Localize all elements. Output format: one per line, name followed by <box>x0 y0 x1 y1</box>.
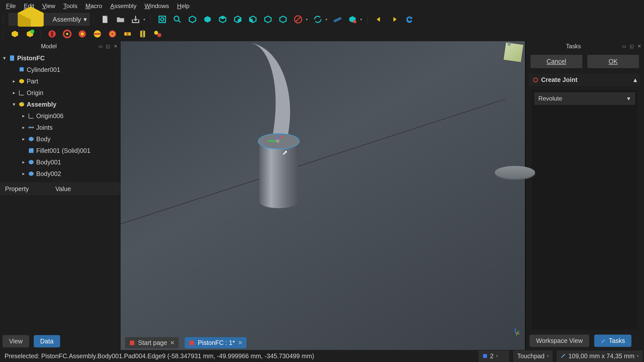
tree-resize-handle[interactable]: · · · · · · <box>2 179 119 182</box>
status-text: Preselected: PistonFC.Assembly.Body001.P… <box>2 352 317 360</box>
iso-view-button[interactable] <box>186 13 199 26</box>
geometry-disc[interactable] <box>495 166 535 179</box>
sync-view-button[interactable]: ▾ <box>311 13 329 26</box>
caret-right-icon[interactable]: ▸ <box>21 136 26 142</box>
menu-help[interactable]: Help <box>173 1 193 11</box>
svg-point-40 <box>154 31 158 35</box>
svg-marker-55 <box>29 137 34 142</box>
caret-right-icon[interactable]: ▸ <box>21 171 26 176</box>
insert-part-button[interactable] <box>24 28 36 40</box>
bottom-view-button[interactable] <box>262 13 274 26</box>
tree-item-label[interactable]: Part <box>27 78 38 85</box>
top-view-button[interactable] <box>216 13 229 26</box>
cancel-button[interactable]: Cancel <box>531 55 582 68</box>
menu-tools[interactable]: Tools <box>59 1 82 11</box>
tree-root-label[interactable]: PistonFC <box>17 55 45 62</box>
measure-button[interactable] <box>331 13 344 26</box>
right-view-button[interactable] <box>231 13 244 26</box>
tab-view[interactable]: View <box>3 335 29 347</box>
toolbar-separator <box>150 15 152 24</box>
tree-item-label[interactable]: Joints <box>36 124 53 131</box>
undo-button[interactable] <box>373 13 385 26</box>
model-tree[interactable]: ▾ PistonFC Cylinder001 ▸ Part ▸ Origin ▾… <box>0 51 120 183</box>
solve-assembly-button[interactable] <box>151 28 164 40</box>
svg-point-41 <box>157 33 161 37</box>
joint-type-select[interactable]: Revolute ▾ <box>535 93 635 105</box>
workspace-view-button[interactable]: Workspace View <box>530 335 589 347</box>
geometry-cylinder[interactable] <box>259 139 298 208</box>
collapse-icon[interactable]: ▴ <box>634 76 637 83</box>
tree-item-label[interactable]: Origin006 <box>36 112 63 120</box>
tree-item-label[interactable]: Fillet001 (Solid)001 <box>36 147 90 154</box>
menu-assembly[interactable]: Assembly <box>106 1 140 11</box>
caret-right-icon[interactable]: ▸ <box>21 113 26 119</box>
front-view-button[interactable] <box>201 13 214 26</box>
rear-view-button[interactable] <box>247 13 259 26</box>
new-file-button[interactable] <box>99 13 112 26</box>
chevron-down-icon: ▾ <box>142 17 146 21</box>
caret-right-icon[interactable]: ▸ <box>11 78 17 84</box>
fixed-joint-button[interactable] <box>46 28 58 40</box>
refresh-button[interactable] <box>403 13 416 26</box>
panel-max-icon[interactable]: ◱ <box>628 43 635 50</box>
revolute-joint-button[interactable] <box>61 28 73 40</box>
caret-right-icon[interactable]: ▸ <box>11 90 17 96</box>
distance-joint-button[interactable] <box>136 28 149 40</box>
property-col-value[interactable]: Value <box>50 183 120 195</box>
caret-down-icon[interactable]: ▾ <box>11 102 17 107</box>
tree-item-label[interactable]: Body001 <box>36 159 61 166</box>
caret-right-icon[interactable]: ▸ <box>21 125 26 130</box>
export-button[interactable]: ▾ <box>129 13 146 26</box>
close-icon[interactable]: ✕ <box>170 340 175 346</box>
tree-item-label[interactable]: Assembly <box>27 101 56 108</box>
status-dimensions[interactable]: 109,00 mm x 74,35 mm ▾ <box>557 351 642 361</box>
open-file-button[interactable] <box>114 13 127 26</box>
tab-document[interactable]: PistonFC : 1* ✕ <box>185 337 246 348</box>
status-nav-style[interactable]: Touchpad ▾ <box>513 351 552 361</box>
planar-joint-button[interactable] <box>121 28 134 40</box>
menu-macro[interactable]: Macro <box>82 1 106 11</box>
property-col-property[interactable]: Property <box>0 183 50 195</box>
redo-button[interactable] <box>388 13 400 26</box>
panel-float-icon[interactable]: ▭ <box>97 43 104 50</box>
caret-down-icon[interactable]: ▾ <box>2 55 7 61</box>
tab-label: PistonFC : 1* <box>198 339 235 346</box>
tab-data[interactable]: Data <box>34 335 60 347</box>
status-viewport-select[interactable]: 2 ▾ <box>479 351 509 361</box>
svg-marker-45 <box>19 79 24 84</box>
menu-windows[interactable]: Windows <box>140 1 173 11</box>
tree-item-label[interactable]: Body <box>36 135 51 143</box>
nav-cube[interactable] <box>503 42 525 63</box>
panel-close-icon[interactable]: ✕ <box>635 43 643 50</box>
tab-start-page[interactable]: Start page ✕ <box>125 337 179 348</box>
panel-float-icon[interactable]: ▭ <box>620 43 628 50</box>
tree-item-label[interactable]: Origin <box>27 89 44 97</box>
panel-close-icon[interactable]: ✕ <box>112 43 119 50</box>
nav-home-icon[interactable] <box>507 42 511 46</box>
ball-joint-button[interactable] <box>106 28 119 40</box>
svg-point-25 <box>30 30 34 34</box>
workbench-selector[interactable]: Assembly ▾ <box>9 13 90 26</box>
ruler-icon <box>561 353 566 358</box>
cylindrical-joint-button[interactable] <box>76 28 89 40</box>
panel-max-icon[interactable]: ◱ <box>104 43 112 50</box>
left-view-button[interactable] <box>277 13 289 26</box>
status-nav-value: Touchpad <box>517 352 544 360</box>
close-icon[interactable]: ✕ <box>238 340 243 346</box>
slider-joint-button[interactable] <box>91 28 104 40</box>
fit-selection-button[interactable] <box>171 13 184 26</box>
task-section-header[interactable]: Create Joint ▴ <box>529 74 640 86</box>
joint-type-value: Revolute <box>538 95 626 102</box>
tasks-button[interactable]: Tasks <box>594 335 631 347</box>
create-assembly-button[interactable] <box>9 28 21 40</box>
appearance-button[interactable]: ▾ <box>346 13 363 26</box>
tree-item-label[interactable]: Cylinder001 <box>27 66 60 73</box>
3d-viewport[interactable]: ⬈ Start page ✕ PistonFC : 1* ✕ <box>120 41 525 350</box>
origin-icon <box>18 89 25 96</box>
ok-button[interactable]: OK <box>587 55 639 68</box>
tree-item-label[interactable]: Body002 <box>36 170 61 177</box>
fit-all-button[interactable] <box>156 13 169 26</box>
task-body: Revolute ▾ <box>532 90 637 330</box>
caret-right-icon[interactable]: ▸ <box>21 159 26 165</box>
section-view-button[interactable]: ▾ <box>292 13 309 26</box>
